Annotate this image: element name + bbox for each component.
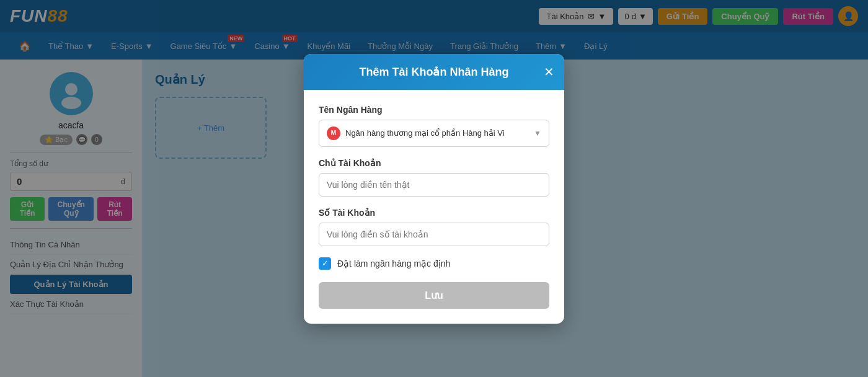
bank-name-label: Tên Ngân Hàng xyxy=(319,105,549,115)
modal-close-button[interactable]: ✕ xyxy=(544,66,554,78)
modal-overlay[interactable]: Thêm Tài Khoản Nhân Hàng ✕ Tên Ngân Hàng… xyxy=(0,0,868,377)
account-input[interactable] xyxy=(319,223,549,246)
account-label: Số Tài Khoản xyxy=(319,208,549,218)
bank-selected-text: Ngân hàng thương mại cổ phần Hàng hải Vi xyxy=(345,128,529,138)
default-checkbox[interactable]: ✓ xyxy=(319,257,331,270)
modal: Thêm Tài Khoản Nhân Hàng ✕ Tên Ngân Hàng… xyxy=(304,54,564,324)
bank-icon: M xyxy=(327,126,340,140)
owner-group: Chủ Tài Khoản xyxy=(319,158,549,197)
default-checkbox-label: Đặt làm ngân hàng mặc định xyxy=(337,259,450,268)
account-group: Số Tài Khoản xyxy=(319,208,549,246)
owner-input[interactable] xyxy=(319,173,549,197)
default-checkbox-row: ✓ Đặt làm ngân hàng mặc định xyxy=(319,257,549,270)
modal-body: Tên Ngân Hàng M Ngân hàng thương mại cổ … xyxy=(304,90,564,324)
save-button[interactable]: Lưu xyxy=(319,282,549,309)
modal-title: Thêm Tài Khoản Nhân Hàng xyxy=(359,65,508,79)
owner-label: Chủ Tài Khoản xyxy=(319,158,549,168)
bank-name-group: Tên Ngân Hàng M Ngân hàng thương mại cổ … xyxy=(319,105,549,147)
bank-select[interactable]: M Ngân hàng thương mại cổ phần Hàng hải … xyxy=(319,120,549,147)
bank-chevron-icon: ▼ xyxy=(534,129,541,138)
modal-header: Thêm Tài Khoản Nhân Hàng ✕ xyxy=(304,54,564,90)
